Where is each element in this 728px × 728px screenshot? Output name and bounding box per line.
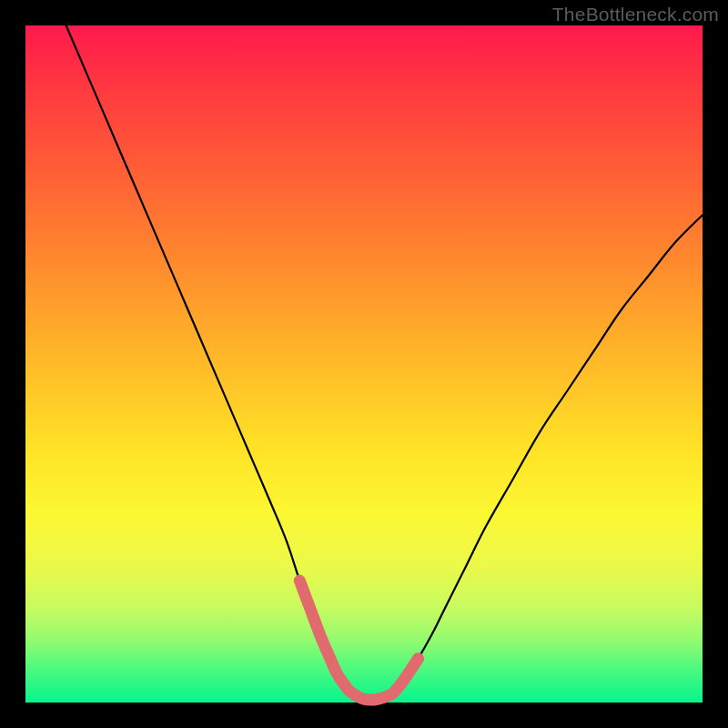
- pink-bottom-overlay: [299, 581, 418, 700]
- curve-layer: [25, 25, 703, 703]
- chart-frame: TheBottleneck.com: [0, 0, 728, 728]
- black-curve: [66, 25, 703, 700]
- gradient-plot-area: [25, 25, 703, 703]
- watermark-text: TheBottleneck.com: [552, 4, 719, 25]
